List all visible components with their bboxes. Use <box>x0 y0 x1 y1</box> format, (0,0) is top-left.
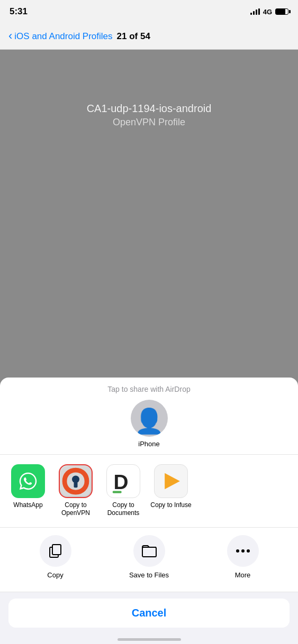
svg-point-14 <box>247 549 250 553</box>
actions-section: Copy Save to Files <box>0 528 298 592</box>
status-icons: 4G <box>250 8 288 16</box>
home-indicator <box>0 634 298 644</box>
action-save-files-label: Save to Files <box>129 571 169 579</box>
battery-icon <box>275 8 288 15</box>
home-bar <box>118 638 181 641</box>
file-title: CA1-udp-1194-ios-android <box>87 103 212 115</box>
app-documents[interactable]: D Copy to Documents <box>100 462 147 520</box>
svg-rect-10 <box>52 545 61 555</box>
cancel-button[interactable]: Cancel <box>8 599 290 628</box>
airdrop-label: Tap to share with AirDrop <box>8 385 290 393</box>
airdrop-section: Tap to share with AirDrop 👤 iPhone <box>0 378 298 455</box>
share-sheet: Tap to share with AirDrop 👤 iPhone Whats… <box>0 378 298 644</box>
action-copy[interactable]: Copy <box>32 535 79 579</box>
app-whatsapp[interactable]: WhatsApp <box>4 462 52 512</box>
documents-icon: D <box>106 464 140 498</box>
action-more-label: More <box>235 571 251 579</box>
svg-rect-11 <box>142 547 156 557</box>
svg-point-13 <box>241 549 245 553</box>
app-whatsapp-label: WhatsApp <box>13 501 42 510</box>
app-openvpn-label: Copy to OpenVPN <box>55 501 96 518</box>
svg-rect-6 <box>113 491 122 493</box>
back-button[interactable]: ‹ iOS and Android Profiles <box>8 31 113 42</box>
apps-row: WhatsApp Copy to OpenVPN <box>0 462 298 520</box>
nav-back-label: iOS and Android Profiles <box>14 31 112 42</box>
status-bar: 5:31 4G <box>0 0 298 23</box>
app-infuse-label: Copy to Infuse <box>150 501 191 510</box>
status-time: 5:31 <box>10 6 28 17</box>
action-save-files[interactable]: Save to Files <box>125 535 173 579</box>
action-more[interactable]: More <box>219 535 267 579</box>
infuse-icon <box>154 464 188 498</box>
copy-icon <box>40 535 71 567</box>
whatsapp-icon <box>11 464 45 498</box>
file-subtitle: OpenVPN Profile <box>113 117 185 128</box>
app-infuse[interactable]: Copy to Infuse <box>147 462 195 512</box>
svg-point-0 <box>14 467 42 495</box>
airdrop-device[interactable]: 👤 iPhone <box>131 400 168 448</box>
back-chevron-icon: ‹ <box>8 30 12 42</box>
svg-point-12 <box>236 549 239 553</box>
action-copy-label: Copy <box>47 571 63 579</box>
avatar: 👤 <box>131 400 168 437</box>
save-files-icon <box>133 535 165 567</box>
app-openvpn[interactable]: Copy to OpenVPN <box>52 462 100 520</box>
nav-bar: ‹ iOS and Android Profiles 21 of 54 <box>0 23 298 50</box>
svg-text:D: D <box>113 471 128 493</box>
cancel-section: Cancel <box>0 592 298 634</box>
network-type: 4G <box>263 8 272 16</box>
signal-bars-icon <box>250 8 260 15</box>
openvpn-icon <box>59 464 93 498</box>
nav-counter: 21 of 54 <box>117 31 150 42</box>
more-icon <box>227 535 259 567</box>
device-name: iPhone <box>138 440 159 448</box>
actions-row: Copy Save to Files <box>8 535 290 579</box>
person-icon: 👤 <box>134 409 164 433</box>
apps-section: WhatsApp Copy to OpenVPN <box>0 455 298 528</box>
app-documents-label: Copy to Documents <box>103 501 144 518</box>
svg-point-2 <box>72 475 79 483</box>
svg-rect-3 <box>74 482 78 488</box>
